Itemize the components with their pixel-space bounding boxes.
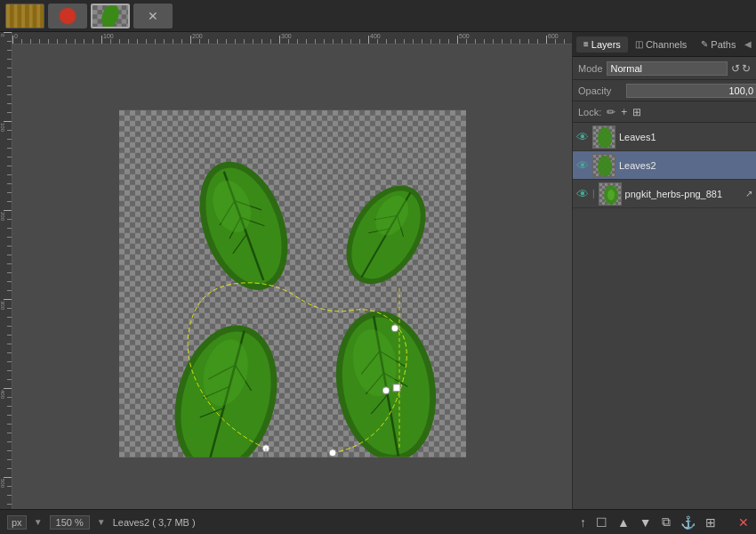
- opacity-label: Opacity: [578, 85, 623, 96]
- layer-item-leaves2[interactable]: 👁 Leaves2: [573, 151, 756, 180]
- mode-row: Mode Normal ↺ ↻: [573, 57, 756, 80]
- cursor-indicator: ↗: [745, 189, 752, 198]
- layer-visibility-leaves1[interactable]: 👁: [576, 130, 589, 144]
- tab-paths[interactable]: ✎ Paths: [694, 36, 743, 53]
- layers-list: 👁 Leaves1 👁 Leaves2: [573, 123, 756, 509]
- layer-name-pngkit: pngkit_herbs-png_881: [625, 189, 742, 199]
- layer-item-leaves1[interactable]: 👁 Leaves1: [573, 123, 756, 151]
- zoom-dropdown-icon: ▼: [97, 517, 106, 527]
- tab-close[interactable]: ✕: [133, 4, 173, 28]
- new-layer-button[interactable]: ☐: [592, 514, 611, 531]
- layer-item-pngkit[interactable]: 👁 | pngkit_herbs-png_881 ↗: [573, 180, 756, 208]
- layer-name-leaves1: Leaves1: [619, 132, 752, 142]
- svg-point-49: [598, 156, 612, 177]
- svg-point-41: [391, 325, 398, 332]
- mode-select[interactable]: Normal: [607, 61, 728, 76]
- status-layer-info: Leaves2 ( 3,7 MB ): [113, 517, 196, 528]
- layer-thumb-leaves2: [592, 154, 615, 177]
- right-panel: ≡ Layers ◫ Channels ✎ Paths ◀ Mode Norma…: [572, 32, 756, 534]
- layer-visibility-leaves2[interactable]: 👁: [576, 158, 589, 173]
- merge-layers-button[interactable]: ⊞: [702, 514, 720, 531]
- v-ruler: 0100200300400500: [0, 32, 12, 509]
- top-bar: ✕: [0, 0, 756, 32]
- layers-content: Mode Normal ↺ ↻ Opacity 100,0 Lock: ✏ + …: [573, 57, 756, 534]
- tab-tomato[interactable]: [48, 4, 87, 28]
- layer-name-leaves2: Leaves2: [619, 160, 752, 171]
- tab-channels-label: Channels: [646, 39, 687, 50]
- layers-icon: ≡: [583, 39, 589, 49]
- panel-bottom-toolbar: ↑ ☐ ▲ ▼ ⧉ ⚓ ⊞ ✕: [573, 509, 756, 534]
- tab-layers[interactable]: ≡ Layers: [576, 36, 628, 53]
- panel-tabs: ≡ Layers ◫ Channels ✎ Paths ◀: [573, 32, 756, 57]
- unit-dropdown-icon: ▼: [34, 517, 43, 527]
- tab-layers-label: Layers: [591, 39, 621, 50]
- opacity-input[interactable]: 100,0: [626, 84, 756, 98]
- lock-pixel-icon[interactable]: ✏: [607, 106, 615, 118]
- duplicate-layer-button[interactable]: ⧉: [658, 513, 674, 531]
- mode-arrows: ↺ ↻: [731, 62, 751, 75]
- delete-layer-button[interactable]: ✕: [735, 514, 752, 531]
- redo-icon[interactable]: ↻: [742, 62, 751, 75]
- lock-row: Lock: ✏ + ⊞: [573, 101, 756, 123]
- svg-point-52: [607, 190, 615, 200]
- tab-channels[interactable]: ◫ Channels: [628, 36, 694, 53]
- lock-alpha-icon[interactable]: ⊞: [632, 106, 641, 118]
- tab-herbs-active[interactable]: [91, 4, 130, 28]
- opacity-row: Opacity 100,0: [573, 80, 756, 101]
- zoom-display[interactable]: 150 %: [50, 515, 90, 530]
- unit-selector[interactable]: px: [7, 515, 27, 530]
- svg-point-40: [382, 387, 390, 394]
- move-layer-down-button[interactable]: ▼: [636, 514, 655, 531]
- close-icon: ✕: [148, 9, 158, 23]
- layer-visibility-pngkit[interactable]: 👁: [576, 187, 589, 201]
- anchor-layer-button[interactable]: ⚓: [677, 514, 699, 531]
- move-layer-up-button[interactable]: ▲: [614, 514, 633, 531]
- panel-collapse-button[interactable]: ◀: [744, 32, 753, 57]
- new-layer-group-button[interactable]: ↑: [576, 514, 590, 531]
- svg-point-35: [329, 449, 336, 457]
- undo-icon[interactable]: ↺: [731, 62, 740, 75]
- status-bar: px ▼ 150 % ▼ Leaves2 ( 3,7 MB ): [0, 509, 572, 534]
- layer-lock-pngkit: |: [592, 189, 595, 198]
- h-ruler: 0100200300400500600700800: [12, 32, 572, 44]
- channels-icon: ◫: [635, 39, 643, 49]
- tab-texture[interactable]: [5, 4, 44, 28]
- lock-position-icon[interactable]: +: [621, 106, 627, 118]
- paths-icon: ✎: [701, 39, 708, 49]
- mode-label: Mode: [578, 63, 603, 74]
- svg-point-47: [598, 127, 612, 149]
- canvas-area[interactable]: [12, 44, 572, 509]
- layer-thumb-pngkit: [599, 182, 622, 206]
- lock-label: Lock:: [578, 107, 601, 117]
- leaves-image: [119, 110, 466, 457]
- layer-thumb-leaves1: [592, 125, 615, 149]
- canvas-wrap: [119, 110, 466, 457]
- tab-paths-label: Paths: [711, 39, 736, 50]
- image-canvas: [119, 110, 466, 457]
- svg-rect-42: [393, 384, 400, 392]
